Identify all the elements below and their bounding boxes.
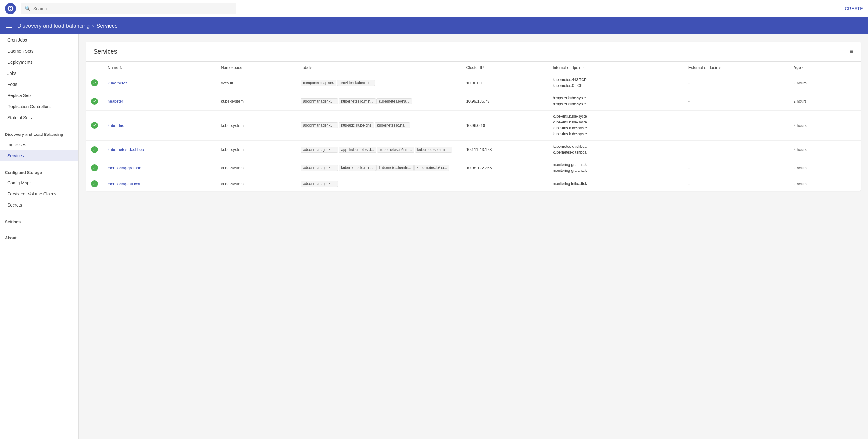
sidebar-item-jobs[interactable]: Jobs bbox=[0, 68, 79, 79]
actions-cell[interactable]: ⋮ bbox=[845, 158, 861, 177]
service-link[interactable]: heapster bbox=[107, 99, 123, 104]
actions-cell[interactable]: ⋮ bbox=[845, 177, 861, 191]
status-icon bbox=[91, 98, 98, 105]
cluster-ip-cell bbox=[461, 177, 548, 191]
labels-cell: addonmanager.ku...kubernetes.io/min...ku… bbox=[296, 92, 461, 110]
external-endpoints-cell: - bbox=[683, 158, 788, 177]
label-chip: addonmanager.ku... bbox=[301, 165, 338, 171]
row-menu-icon[interactable]: ⋮ bbox=[850, 122, 856, 128]
name-cell: monitoring-grafana bbox=[103, 158, 216, 177]
sidebar-item-config-maps[interactable]: Config Maps bbox=[0, 177, 79, 188]
status-icon bbox=[91, 122, 98, 129]
labels-cell: component: apiser.provider: kubernet... bbox=[296, 74, 461, 92]
create-button[interactable]: + CREATE bbox=[841, 6, 863, 11]
internal-endpoints-cell: heapster.kube-systeheapster.kube-syste bbox=[548, 92, 683, 110]
internal-endpoints-cell: kubernetes-dashboakubernetes-dashboa bbox=[548, 140, 683, 158]
label-chip: component: apiser. bbox=[301, 80, 337, 86]
label-chip: kubernetes.io/min... bbox=[377, 147, 414, 153]
labels-cell: addonmanager.ku... bbox=[296, 177, 461, 191]
endpoint-entry: monitoring-grafana.k bbox=[553, 168, 678, 174]
sidebar-item-replication-controllers[interactable]: Replication Controllers bbox=[0, 101, 79, 112]
row-menu-icon[interactable]: ⋮ bbox=[850, 80, 856, 86]
name-cell: kubernetes-dashboa bbox=[103, 140, 216, 158]
actions-cell[interactable]: ⋮ bbox=[845, 92, 861, 110]
service-link[interactable]: monitoring-grafana bbox=[107, 166, 141, 170]
table-row: monitoring-grafanakube-systemaddonmanage… bbox=[86, 158, 861, 177]
endpoint-entry: kubernetes:0 TCP bbox=[553, 83, 678, 89]
service-link[interactable]: kubernetes-dashboa bbox=[107, 147, 144, 152]
age-cell: 2 hours bbox=[788, 110, 845, 140]
col-age[interactable]: Age ↑ bbox=[788, 62, 845, 74]
status-cell bbox=[86, 158, 103, 177]
sidebar-item-pvc[interactable]: Persistent Volume Claims bbox=[0, 188, 79, 200]
external-endpoints-cell: - bbox=[683, 140, 788, 158]
col-actions bbox=[845, 62, 861, 74]
endpoint-entry: kube-dns.kube-syste bbox=[553, 125, 678, 131]
label-chip: kubernetes.io/min... bbox=[339, 98, 376, 105]
sidebar-divider-4 bbox=[0, 229, 79, 229]
sidebar-item-daemon-sets[interactable]: Daemon Sets bbox=[0, 46, 79, 57]
table-header: Name ⇅ Namespace Labels Cluster IP Inter… bbox=[86, 62, 861, 74]
cluster-ip-cell: 10.98.122.255 bbox=[461, 158, 548, 177]
endpoint-entry: heapster.kube-syste bbox=[553, 95, 678, 101]
actions-cell[interactable]: ⋮ bbox=[845, 74, 861, 92]
topbar: 🔍 + CREATE bbox=[0, 0, 868, 17]
table-row: kubernetes-dashboakube-systemaddonmanage… bbox=[86, 140, 861, 158]
status-icon bbox=[91, 180, 98, 187]
sidebar-item-replica-sets[interactable]: Replica Sets bbox=[0, 90, 79, 101]
hamburger-menu[interactable] bbox=[6, 24, 12, 28]
sidebar: Cron Jobs Daemon Sets Deployments Jobs P… bbox=[0, 34, 79, 439]
sidebar-item-cron-jobs[interactable]: Cron Jobs bbox=[0, 34, 79, 46]
namespace-cell: kube-system bbox=[216, 110, 296, 140]
sidebar-item-ingresses[interactable]: Ingresses bbox=[0, 139, 79, 150]
service-link[interactable]: kube-dns bbox=[107, 123, 124, 128]
label-chip: app: kubernetes-d... bbox=[339, 147, 376, 153]
sidebar-item-deployments[interactable]: Deployments bbox=[0, 57, 79, 68]
namespace-cell: kube-system bbox=[216, 92, 296, 110]
row-menu-icon[interactable]: ⋮ bbox=[850, 165, 856, 171]
col-external-endpoints: External endpoints bbox=[683, 62, 788, 74]
table-row: monitoring-influxdbkube-systemaddonmanag… bbox=[86, 177, 861, 191]
label-chip: k8s-app: kube-dns bbox=[339, 122, 374, 128]
services-table: Name ⇅ Namespace Labels Cluster IP Inter… bbox=[86, 62, 861, 191]
row-menu-icon[interactable]: ⋮ bbox=[850, 181, 856, 187]
row-menu-icon[interactable]: ⋮ bbox=[850, 147, 856, 153]
app-logo bbox=[5, 3, 16, 14]
service-link[interactable]: kubernetes bbox=[107, 81, 127, 85]
label-chip: addonmanager.ku... bbox=[301, 147, 338, 153]
sidebar-item-secrets[interactable]: Secrets bbox=[0, 200, 79, 211]
table-row: kubernetesdefaultcomponent: apiser.provi… bbox=[86, 74, 861, 92]
endpoint-entry: kubernetes-dashboa bbox=[553, 150, 678, 155]
actions-cell[interactable]: ⋮ bbox=[845, 140, 861, 158]
discovery-section-header: Discovery and Load Balancing bbox=[0, 128, 79, 139]
col-name[interactable]: Name ⇅ bbox=[103, 62, 216, 74]
labels-cell: addonmanager.ku...k8s-app: kube-dnskuber… bbox=[296, 110, 461, 140]
labels-cell: addonmanager.ku...app: kubernetes-d...ku… bbox=[296, 140, 461, 158]
name-sort-icon: ⇅ bbox=[119, 66, 122, 69]
endpoint-entry: kube-dns.kube-syste bbox=[553, 119, 678, 125]
sidebar-item-stateful-sets[interactable]: Stateful Sets bbox=[0, 112, 79, 123]
col-labels: Labels bbox=[296, 62, 461, 74]
endpoint-entry: kubernetes:443 TCP bbox=[553, 77, 678, 83]
status-icon bbox=[91, 80, 98, 86]
age-cell: 2 hours bbox=[788, 158, 845, 177]
filter-icon[interactable]: ≡ bbox=[849, 48, 853, 55]
age-cell: 2 hours bbox=[788, 92, 845, 110]
internal-endpoints-cell: kubernetes:443 TCPkubernetes:0 TCP bbox=[548, 74, 683, 92]
actions-cell[interactable]: ⋮ bbox=[845, 110, 861, 140]
col-namespace: Namespace bbox=[216, 62, 296, 74]
col-cluster-ip: Cluster IP bbox=[461, 62, 548, 74]
search-input[interactable] bbox=[33, 6, 232, 11]
name-cell: kubernetes bbox=[103, 74, 216, 92]
page-title: Services bbox=[93, 48, 117, 55]
status-cell bbox=[86, 74, 103, 92]
col-internal-endpoints: Internal endpoints bbox=[548, 62, 683, 74]
row-menu-icon[interactable]: ⋮ bbox=[850, 98, 856, 105]
sidebar-item-pods[interactable]: Pods bbox=[0, 79, 79, 90]
breadcrumb-parent[interactable]: Discovery and load balancing bbox=[17, 23, 90, 29]
cluster-ip-cell: 10.99.185.73 bbox=[461, 92, 548, 110]
service-link[interactable]: monitoring-influxdb bbox=[107, 182, 142, 186]
labels-cell: addonmanager.ku...kubernetes.io/min...ku… bbox=[296, 158, 461, 177]
sidebar-item-services[interactable]: Services bbox=[0, 150, 79, 161]
main-content: Services ≡ Name ⇅ Namespace Labels Clust… bbox=[79, 34, 868, 439]
